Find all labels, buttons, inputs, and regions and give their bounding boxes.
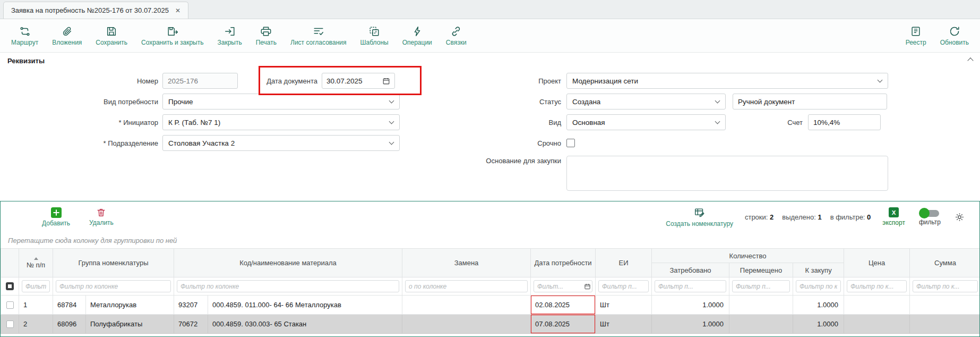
links-button[interactable]: Связки: [439, 19, 474, 52]
document-tab[interactable]: Заявка на потребность №2025-176 от 30.07…: [3, 2, 188, 19]
project-row: Проект Модернизация сети: [441, 73, 888, 89]
need-type-value: Прочие: [168, 98, 193, 106]
row-checkbox[interactable]: [6, 321, 14, 328]
status-value: Создана: [572, 98, 600, 106]
save-and-close-button[interactable]: Сохранить и закрыть: [134, 19, 210, 52]
status-select[interactable]: Создана: [566, 94, 726, 109]
section-title: Реквизиты: [7, 57, 45, 65]
filter-input-requested[interactable]: [655, 280, 726, 292]
filter-input-group[interactable]: [56, 280, 171, 292]
filter-input-moved[interactable]: [732, 280, 790, 292]
col-material-label: Код/наименование материала: [239, 259, 337, 267]
need-type-select[interactable]: Прочие: [162, 94, 400, 109]
filter-cell-num: [19, 277, 53, 296]
cell-unit: Шт: [596, 315, 652, 334]
refresh-button[interactable]: Обновить: [933, 19, 976, 52]
collapse-section-icon[interactable]: [967, 57, 973, 63]
rows-counter-value: 2: [770, 213, 773, 221]
filter-input-total[interactable]: [913, 280, 978, 292]
kind-select[interactable]: Основная: [566, 114, 726, 130]
templates-button[interactable]: Шаблоны: [354, 19, 396, 52]
number-field[interactable]: [162, 73, 238, 89]
registry-button[interactable]: Реестр: [899, 19, 933, 52]
chevron-down-icon: [878, 78, 883, 83]
select-all-mark: [8, 284, 12, 288]
attachments-button[interactable]: Вложения: [45, 19, 89, 52]
route-button[interactable]: Маршрут: [4, 19, 45, 52]
cell-replacement: [402, 315, 531, 334]
filter-input-price[interactable]: [847, 280, 907, 292]
urgent-checkbox[interactable]: [566, 139, 575, 147]
filter-toggle[interactable]: фильтр: [919, 208, 941, 226]
tab-bar: Заявка на потребность №2025-176 от 30.07…: [0, 0, 980, 19]
filter-input-to-purchase[interactable]: [796, 280, 841, 292]
initiator-select[interactable]: К Р. (Таб. №7 1): [162, 114, 400, 130]
col-header-select[interactable]: [1, 249, 19, 277]
operations-button[interactable]: Операции: [396, 19, 439, 52]
select-all-checkbox[interactable]: [6, 282, 14, 290]
account-field[interactable]: [808, 114, 881, 130]
selected-counter: выделено: 1: [782, 213, 821, 221]
print-button[interactable]: Печать: [249, 19, 283, 52]
settings-gear-icon[interactable]: [955, 212, 965, 222]
cell-material-name: 000.4859. 030.003- 65 Стакан: [208, 315, 402, 334]
number-label: Номер: [0, 77, 162, 85]
filtered-counter-value: 0: [867, 213, 871, 221]
col-to-purchase-label: К закупу: [805, 266, 831, 274]
filter-input-num[interactable]: [22, 280, 50, 292]
department-row: * Подразделение Столовая Участка 2: [0, 135, 400, 151]
filter-cell-to-purchase: [793, 277, 844, 296]
chevron-down-icon: [389, 98, 394, 104]
col-header-replacement[interactable]: Замена: [402, 249, 531, 277]
col-header-requested[interactable]: Затребовано: [652, 263, 729, 277]
project-select[interactable]: Модернизация сети: [566, 73, 888, 89]
col-header-group[interactable]: Группа номенклатуры: [53, 249, 174, 277]
manual-document-field[interactable]: [733, 94, 887, 109]
col-header-material[interactable]: Код/наименование материала: [174, 249, 402, 277]
department-select[interactable]: Столовая Участка 2: [162, 135, 400, 151]
close-button[interactable]: Закрыть: [210, 19, 248, 52]
kind-label: Вид: [441, 119, 566, 127]
col-header-unit[interactable]: ЕИ: [596, 249, 652, 277]
filter-cell-total: [910, 277, 980, 296]
col-header-moved[interactable]: Перемещено: [729, 263, 793, 277]
col-header-to-purchase[interactable]: К закупу: [793, 263, 844, 277]
cell-num: 1: [19, 296, 53, 315]
filter-input-material[interactable]: [177, 280, 399, 292]
cell-replacement: [402, 296, 531, 315]
add-row-button[interactable]: Добавить: [42, 207, 70, 227]
table-row-selected[interactable]: 2 68096 Полуфабрикаты 70672 000.4859. 03…: [1, 315, 980, 334]
header-row: № п/п Группа номенклатуры Код/наименован…: [1, 249, 980, 263]
col-unit-label: ЕИ: [619, 259, 629, 267]
filter-cell-unit: [596, 277, 652, 296]
delete-row-button[interactable]: Удалить: [89, 207, 114, 226]
col-header-need-date[interactable]: Дата потребности: [531, 249, 596, 277]
need-type-row: Вид потребности Прочие: [0, 94, 400, 109]
row-checkbox[interactable]: [6, 301, 14, 309]
department-value: Столовая Участка 2: [168, 139, 235, 147]
col-header-num[interactable]: № п/п: [19, 249, 53, 277]
export-excel-button[interactable]: X экспорт: [882, 207, 905, 226]
registry-label: Реестр: [906, 39, 926, 46]
cell-moved: [729, 296, 793, 315]
save-button[interactable]: Сохранить: [89, 19, 134, 52]
approval-sheet-button[interactable]: Лист согласования: [283, 19, 354, 52]
col-header-price[interactable]: Цена: [844, 249, 910, 277]
filter-cell-replacement: [402, 277, 531, 296]
print-label: Печать: [256, 39, 277, 46]
calendar-icon[interactable]: [584, 283, 591, 290]
doc-date-field[interactable]: 30.07.2025: [322, 73, 395, 89]
col-header-total[interactable]: Сумма: [910, 249, 980, 277]
filter-input-replacement[interactable]: [405, 280, 528, 292]
grid-counters: строки: 2 выделено: 1 в фильтре: 0: [745, 213, 871, 221]
group-by-drop-zone[interactable]: Перетащите сюда колонку для группировки …: [1, 232, 979, 248]
tab-close-icon[interactable]: ✕: [175, 7, 180, 14]
status-row: Статус Создана: [441, 94, 888, 109]
create-nomenclature-button[interactable]: Создать номенклатуру: [666, 207, 733, 228]
filter-input-unit[interactable]: [598, 280, 649, 292]
table-row[interactable]: 1 68784 Металлорукав 93207 000.4859. 011…: [1, 296, 980, 315]
cell-total: [910, 315, 980, 334]
basis-textarea[interactable]: [566, 156, 888, 191]
col-group-label: Группа номенклатуры: [79, 259, 149, 267]
calendar-icon[interactable]: [382, 77, 390, 85]
